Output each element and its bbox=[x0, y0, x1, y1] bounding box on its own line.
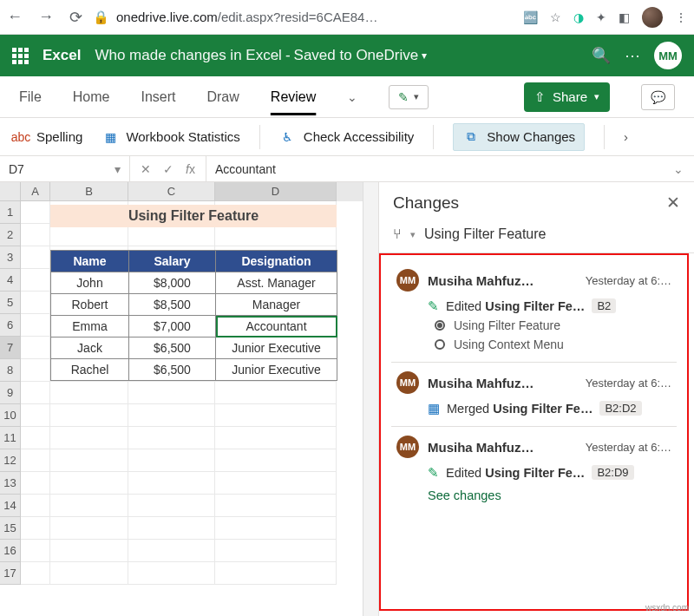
see-changes-link[interactable]: See changes bbox=[428, 488, 671, 502]
cell-name[interactable]: Rachel bbox=[51, 359, 129, 381]
change-time: Yesterday at 6:… bbox=[586, 274, 671, 287]
star-icon[interactable]: ☆ bbox=[550, 10, 561, 24]
tabs-overflow-icon[interactable]: ⌄ bbox=[347, 90, 357, 104]
lock-icon: 🔒 bbox=[93, 10, 109, 25]
expand-formula-icon[interactable]: ⌄ bbox=[663, 162, 694, 176]
cell-salary[interactable]: $8,000 bbox=[129, 272, 216, 294]
cell-designation[interactable]: Junior Executive bbox=[216, 359, 337, 381]
select-all-corner[interactable] bbox=[0, 182, 21, 201]
address-bar[interactable]: 🔒 onedrive.live.com/edit.aspx?resid=6CAE… bbox=[93, 10, 513, 25]
translate-icon[interactable]: 🔤 bbox=[523, 10, 538, 24]
cell-designation[interactable]: Manager bbox=[216, 294, 337, 316]
grammarly-icon[interactable]: ◑ bbox=[573, 10, 584, 24]
formula-bar: D7▾ ✕ ✓ fx Accountant ⌄ bbox=[0, 156, 694, 182]
formula-input[interactable]: Accountant bbox=[206, 162, 663, 176]
more-icon[interactable]: ⋯ bbox=[625, 46, 640, 65]
cell-designation[interactable]: Junior Executive bbox=[216, 337, 337, 359]
cell-salary[interactable]: $8,500 bbox=[129, 294, 216, 316]
app-launcher-icon[interactable] bbox=[12, 48, 29, 64]
edit-mode-button[interactable]: ✎ ▾ bbox=[389, 85, 429, 109]
worksheet[interactable]: A B C D 1234567891011121314151617 Using … bbox=[0, 182, 378, 616]
comments-button[interactable]: 💬 bbox=[641, 84, 675, 110]
row-headers[interactable]: 1234567891011121314151617 bbox=[0, 201, 21, 585]
workbook-stats-button[interactable]: ▦Workbook Statistics bbox=[101, 129, 239, 145]
change-option[interactable]: Using Filter Feature bbox=[435, 318, 671, 332]
header-designation[interactable]: Designation bbox=[216, 251, 337, 272]
comment-icon: 💬 bbox=[651, 90, 665, 104]
share-button[interactable]: ⇧ Share ▾ bbox=[524, 82, 610, 112]
cell-ref-pill: B2 bbox=[592, 298, 616, 313]
cell-name[interactable]: Jack bbox=[51, 337, 129, 359]
merge-icon: ▦ bbox=[428, 402, 440, 416]
document-title[interactable]: Who made changes in Excel - Saved to One… bbox=[95, 47, 427, 64]
watermark: wsxdn.com bbox=[645, 603, 689, 613]
data-table[interactable]: Name Salary Designation John$8,000Asst. … bbox=[50, 250, 337, 381]
chevron-down-icon: ▾ bbox=[594, 91, 599, 102]
pen-icon: ✎ bbox=[398, 90, 409, 104]
spelling-button[interactable]: abcSpelling bbox=[12, 129, 82, 145]
name-box[interactable]: D7▾ bbox=[0, 156, 130, 181]
fx-icon[interactable]: fx bbox=[186, 162, 195, 176]
changes-panel: Changes ✕ ⑂ ▾ Using Filter Feature MM Mu… bbox=[378, 182, 694, 616]
user-name: Musiha Mahfuz… bbox=[428, 440, 577, 455]
column-headers[interactable]: A B C D bbox=[0, 182, 378, 201]
cell-salary[interactable]: $7,000 bbox=[129, 316, 216, 337]
menu-tabs: File Home Insert Draw Review ⌄ ✎ ▾ ⇧ Sha… bbox=[0, 76, 694, 118]
tab-insert[interactable]: Insert bbox=[141, 89, 175, 105]
enter-icon[interactable]: ✓ bbox=[163, 162, 174, 176]
filter-icon: ⑂ bbox=[393, 226, 402, 242]
tab-icon[interactable]: ◧ bbox=[619, 10, 630, 24]
ribbon: abcSpelling ▦Workbook Statistics ♿︎Check… bbox=[0, 118, 694, 156]
change-entry[interactable]: MM Musiha Mahfuz… Yesterday at 6:… ✎Edit… bbox=[391, 427, 677, 513]
chevron-down-icon: ▾ bbox=[414, 91, 419, 102]
user-avatar: MM bbox=[396, 371, 419, 394]
cell-name[interactable]: Emma bbox=[51, 316, 129, 337]
share-icon: ⇧ bbox=[534, 89, 546, 105]
user-avatar: MM bbox=[396, 269, 419, 292]
cell-designation[interactable]: Asst. Manager bbox=[216, 272, 337, 294]
search-icon[interactable]: 🔍 bbox=[592, 46, 611, 65]
header-salary[interactable]: Salary bbox=[129, 251, 216, 272]
forward-icon[interactable]: → bbox=[38, 8, 54, 27]
change-option[interactable]: Using Context Menu bbox=[435, 337, 671, 351]
cell-ref-pill: B2:D2 bbox=[599, 401, 641, 416]
cell-name[interactable]: John bbox=[51, 272, 129, 294]
kebab-icon[interactable]: ⋮ bbox=[675, 10, 687, 24]
tab-draw[interactable]: Draw bbox=[206, 89, 239, 105]
tab-file[interactable]: File bbox=[19, 89, 42, 105]
panel-title: Changes bbox=[393, 193, 459, 213]
cell-salary[interactable]: $6,500 bbox=[129, 359, 216, 381]
user-avatar[interactable]: MM bbox=[654, 42, 682, 69]
chevron-down-icon: ▾ bbox=[422, 49, 427, 62]
back-icon[interactable]: ← bbox=[7, 8, 23, 27]
sheet-title-cell[interactable]: Using Filter Feature bbox=[50, 205, 337, 227]
changes-list: MM Musiha Mahfuz… Yesterday at 6:… ✎Edit… bbox=[379, 253, 689, 611]
radio-icon bbox=[435, 320, 445, 331]
change-entry[interactable]: MM Musiha Mahfuz… Yesterday at 6:… ✎Edit… bbox=[391, 260, 677, 363]
pencil-icon: ✎ bbox=[428, 299, 439, 313]
show-changes-button[interactable]: ⧉Show Changes bbox=[453, 123, 585, 151]
title-bar: Excel Who made changes in Excel - Saved … bbox=[0, 35, 694, 76]
cancel-icon[interactable]: ✕ bbox=[141, 162, 151, 176]
extensions-icon[interactable]: ✦ bbox=[596, 10, 606, 24]
check-accessibility-button[interactable]: ♿︎Check Accessibility bbox=[279, 129, 415, 145]
reload-icon[interactable]: ⟳ bbox=[69, 8, 82, 27]
tab-review[interactable]: Review bbox=[271, 89, 316, 105]
cell-name[interactable]: Robert bbox=[51, 294, 129, 316]
profile-avatar[interactable] bbox=[642, 7, 663, 28]
change-time: Yesterday at 6:… bbox=[586, 377, 671, 390]
header-name[interactable]: Name bbox=[51, 251, 129, 272]
user-name: Musiha Mahfuz… bbox=[428, 273, 577, 288]
panel-filter[interactable]: ⑂ ▾ Using Filter Feature bbox=[379, 223, 694, 253]
close-icon[interactable]: ✕ bbox=[666, 193, 680, 213]
change-time: Yesterday at 6:… bbox=[586, 441, 671, 454]
cell-salary[interactable]: $6,500 bbox=[129, 337, 216, 359]
app-name: Excel bbox=[43, 47, 81, 64]
change-entry[interactable]: MM Musiha Mahfuz… Yesterday at 6:… ▦Merg… bbox=[391, 363, 677, 427]
user-name: Musiha Mahfuz… bbox=[428, 376, 577, 390]
tab-home[interactable]: Home bbox=[73, 89, 110, 105]
cell-ref-pill: B2:D9 bbox=[592, 465, 633, 480]
ribbon-overflow-icon[interactable]: › bbox=[624, 129, 628, 144]
vertical-scrollbar[interactable] bbox=[363, 182, 378, 616]
cell-designation[interactable]: Accountant bbox=[216, 316, 337, 337]
